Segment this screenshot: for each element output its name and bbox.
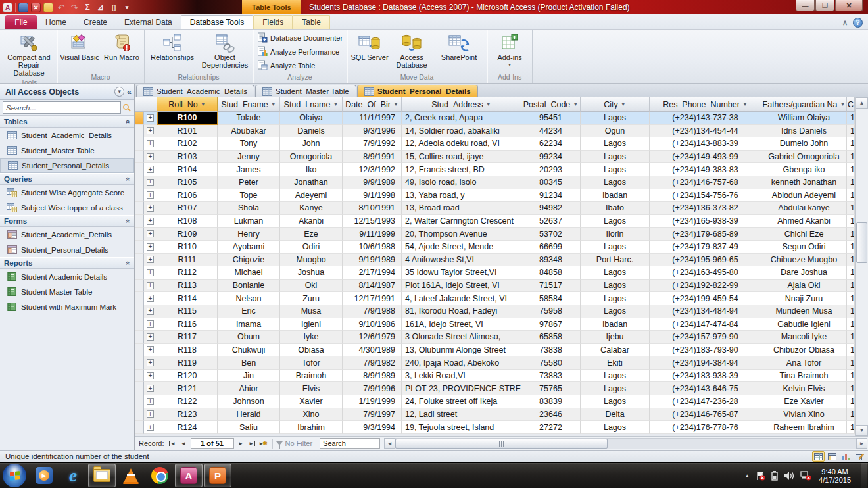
datasheet-cell[interactable]: Gabudie Igieni — [761, 318, 847, 331]
datasheet-cell[interactable]: 13, Olubunmi Alonge Street — [402, 344, 521, 357]
datasheet-cell[interactable]: 80345 — [521, 176, 581, 189]
nav-item-student-academic-details[interactable]: Student Academic Details — [0, 269, 134, 284]
collapse-section-icon[interactable]: « — [124, 120, 132, 124]
datasheet-cell[interactable]: James — [218, 163, 280, 176]
expand-row-button[interactable] — [144, 370, 157, 383]
datasheet-cell[interactable]: 10/6/1988 — [343, 241, 402, 254]
datasheet-cell[interactable]: Johnson — [218, 395, 280, 408]
datasheet-cell[interactable]: (+234)183-938-39 — [650, 370, 761, 383]
datasheet-cell[interactable]: Olaiya — [280, 112, 343, 125]
datasheet-cell[interactable]: Peter — [218, 176, 280, 189]
datasheet-cell[interactable]: Ajala Oki — [761, 280, 847, 293]
datasheet-cell[interactable]: (+234)143-883-39 — [650, 137, 761, 151]
datasheet-cell[interactable]: R116 — [157, 318, 218, 331]
datasheet-cell[interactable]: Ahmed Akanbi — [761, 215, 847, 228]
nav-section-queries[interactable]: Queries« — [0, 173, 134, 185]
column-header-stud-lname[interactable]: Stud_Lname▼ — [280, 97, 343, 112]
datasheet-cell[interactable]: R121 — [157, 382, 218, 395]
vertical-scroll-thumb[interactable] — [856, 222, 867, 263]
pivotchart-view-button[interactable] — [840, 451, 852, 462]
datasheet-cell[interactable]: Eze Xavier — [761, 395, 847, 408]
expand-row-button[interactable] — [144, 137, 157, 151]
sql-server-button[interactable]: SQL Server — [349, 31, 390, 62]
datasheet-cell[interactable]: 54, Ajode Street, Mende — [402, 241, 521, 254]
column-dropdown-icon[interactable]: ▼ — [393, 101, 398, 107]
datasheet-cell[interactable]: Shola — [218, 202, 280, 215]
last-record-button[interactable]: ► — [247, 438, 258, 449]
datasheet-cell[interactable]: 19, Tejuola street, Island — [402, 421, 521, 434]
datasheet-cell[interactable]: Musa — [280, 305, 343, 318]
datasheet-cell[interactable]: Lagos — [581, 305, 650, 318]
datasheet-cell[interactable]: (+234)165-938-39 — [650, 215, 761, 228]
vertical-scroll-track[interactable] — [856, 109, 868, 425]
datasheet-cell[interactable]: 75765 — [521, 382, 581, 395]
datasheet-cell[interactable]: Chukwuji — [218, 344, 280, 357]
datasheet-cell[interactable]: Tina Braimoh — [761, 370, 847, 383]
datasheet-cell[interactable]: (+234)183-793-90 — [650, 344, 761, 357]
datasheet-cell[interactable]: 83839 — [521, 395, 581, 408]
datasheet-cell[interactable]: R100 — [157, 112, 218, 125]
datasheet-cell[interactable]: 1 — [847, 125, 855, 138]
datasheet-cell[interactable]: Dumelo John — [761, 137, 847, 151]
datasheet-cell[interactable]: Lagos — [581, 112, 650, 125]
datasheet-cell[interactable]: 1 — [847, 421, 855, 434]
taskbar-access[interactable]: A — [175, 464, 203, 487]
column-header-fathers-guardian-na[interactable]: Fathers/guardian Na▼ — [761, 97, 847, 112]
expand-row-button[interactable] — [144, 382, 157, 395]
datasheet-cell[interactable]: 11/1/1997 — [343, 112, 402, 125]
help-icon[interactable]: ? — [853, 18, 863, 28]
datasheet-cell[interactable]: R113 — [157, 280, 218, 293]
expand-row-button[interactable] — [144, 305, 157, 318]
column-header-res-phone-number[interactable]: Res_Phone_Number▼ — [650, 97, 761, 112]
datasheet-cell[interactable]: Kelvin Elvis — [761, 382, 847, 395]
datasheet-cell[interactable]: 1 — [847, 266, 855, 280]
run-macro-button[interactable]: Run Macro — [101, 31, 142, 62]
datasheet-cell[interactable]: Segun Odiri — [761, 241, 847, 254]
datasheet-cell[interactable]: R107 — [157, 202, 218, 215]
datasheet-cell[interactable]: 1 — [847, 215, 855, 228]
datasheet-cell[interactable]: R110 — [157, 241, 218, 254]
datasheet-cell[interactable]: Daniels — [280, 125, 343, 138]
row-selector[interactable] — [135, 344, 144, 357]
expand-row-button[interactable] — [144, 189, 157, 203]
datasheet-cell[interactable]: Mancoli Iyke — [761, 331, 847, 344]
datasheet-cell[interactable]: 12, Francis street, BD — [402, 163, 521, 176]
datasheet-cell[interactable]: Lagos — [581, 370, 650, 383]
datasheet-cell[interactable]: Murideen Musa — [761, 305, 847, 318]
doc-tab-student-academic-details[interactable]: Student_Academic_Details — [136, 85, 254, 97]
datasheet-cell[interactable]: 1 — [847, 305, 855, 318]
datasheet-cell[interactable]: R118 — [157, 344, 218, 357]
datasheet-cell[interactable]: 35 Idowu Taylor Street,VI — [402, 266, 521, 280]
datasheet-cell[interactable]: 1 — [847, 370, 855, 383]
datasheet-cell[interactable]: Ibrahim — [280, 421, 343, 434]
datasheet-cell[interactable]: (+234)179-685-89 — [650, 228, 761, 241]
datasheet-cell[interactable]: Ekiti — [581, 356, 650, 370]
datasheet-cell[interactable]: 71517 — [521, 280, 581, 293]
datasheet-cell[interactable]: 66699 — [521, 241, 581, 254]
nav-item-student-wise-aggregate-score[interactable]: Student Wise Aggregate Score — [0, 185, 134, 200]
datasheet-cell[interactable]: R112 — [157, 266, 218, 280]
datasheet-cell[interactable]: (+234)134-484-94 — [650, 305, 761, 318]
datasheet-cell[interactable]: 53702 — [521, 228, 581, 241]
show-hidden-icons[interactable]: ▲ — [744, 473, 750, 479]
datasheet-cell[interactable]: Imama — [218, 318, 280, 331]
object-dependencies-button[interactable]: Object Dependencies — [199, 31, 251, 70]
datasheet-cell[interactable]: Iyke — [280, 331, 343, 344]
datasheet-cell[interactable]: Tolade — [218, 112, 280, 125]
datasheet-cell[interactable]: R102 — [157, 137, 218, 151]
analyze-table-button[interactable]: Analyze Table — [255, 59, 317, 72]
datasheet-cell[interactable]: R120 — [157, 370, 218, 383]
datasheet-cell[interactable]: Joshua — [280, 266, 343, 280]
datasheet-cell[interactable]: R117 — [157, 331, 218, 344]
datasheet-cell[interactable]: Lagos — [581, 292, 650, 305]
datasheet-cell[interactable]: Nnaji Zuru — [761, 292, 847, 305]
expand-row-button[interactable] — [144, 266, 157, 280]
datasheet-cell[interactable]: Gbenga iko — [761, 163, 847, 176]
datasheet-cell[interactable]: Nelson — [218, 292, 280, 305]
datasheet-cell[interactable]: (+234)163-495-80 — [650, 266, 761, 280]
column-header-c[interactable]: C — [847, 97, 855, 112]
row-selector[interactable] — [135, 163, 144, 176]
datasheet-cell[interactable]: 1 — [847, 163, 855, 176]
datasheet-cell[interactable]: (+234)179-837-49 — [650, 241, 761, 254]
datasheet-cell[interactable]: 65858 — [521, 331, 581, 344]
